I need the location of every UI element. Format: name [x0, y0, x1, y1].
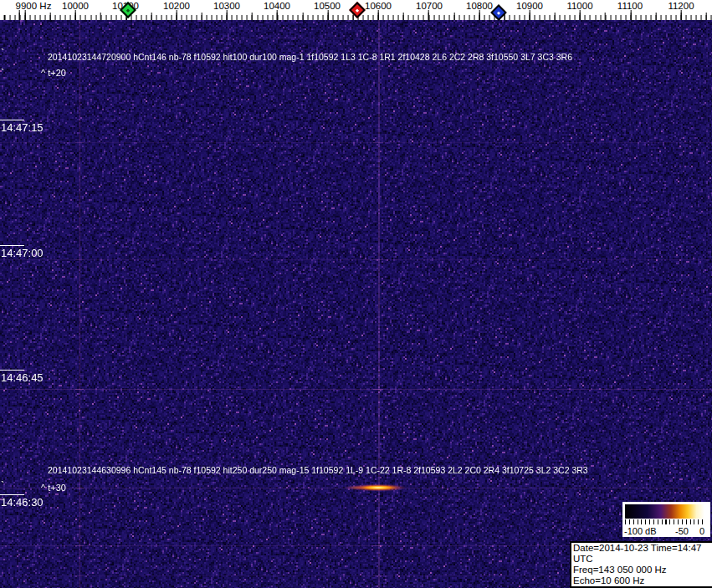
info-freq-line: Freq=143 050 000 Hz — [573, 565, 710, 575]
freq-label: 11000 — [566, 1, 592, 11]
edge-tick-mark: ` — [1, 47, 4, 59]
meteor-spectrogram-window: 9900 Hz 10000 10100 10200 10300 10400 10… — [0, 0, 712, 588]
spectrogram-display — [0, 20, 712, 588]
freq-label: 10000 — [62, 1, 89, 11]
edge-tick-mark: ` — [1, 479, 4, 492]
time-tick — [0, 370, 24, 371]
colorbar-label-mid: -50 — [675, 526, 689, 536]
freq-label: 11200 — [668, 1, 694, 11]
time-offset-mark: ^ t+20 — [41, 68, 66, 78]
freq-label: 9900 Hz — [16, 1, 52, 11]
info-box: Date=2014-10-23 Time=14:47 UTC Freq=143 … — [570, 541, 712, 588]
freq-label: 10700 — [416, 1, 443, 11]
detection-annotation: 20141023144720900 hCnt146 nb-78 f10592 h… — [48, 52, 572, 62]
freq-label: 10800 — [466, 1, 493, 11]
edge-tick-mark: ` — [1, 67, 4, 79]
time-tick — [0, 245, 24, 246]
freq-label: 11100 — [617, 1, 643, 11]
time-label: 14:46:45 — [1, 371, 44, 384]
colorbar-label-min: -100 dB — [624, 526, 657, 536]
freq-label: 10900 — [516, 1, 543, 11]
marker-dot — [497, 11, 500, 14]
time-tick — [0, 120, 24, 120]
freq-label: 10400 — [264, 1, 290, 11]
freq-label: 10500 — [314, 1, 341, 11]
info-echo-line: Echo=10 600 Hz — [573, 575, 710, 586]
marker-dot — [356, 8, 359, 12]
freq-label: 10200 — [163, 1, 190, 11]
colorbar-ticks — [625, 519, 705, 524]
colorbar-panel: -100 dB -50 0 — [622, 502, 710, 537]
colorbar-label-max: 0 — [699, 526, 704, 536]
time-label: 14:47:00 — [1, 247, 44, 259]
time-label: 14:46:30 — [1, 496, 44, 509]
info-date-line: Date=2014-10-23 Time=14:47 UTC — [573, 543, 710, 565]
detection-annotation: 20141023144630996 hCnt145 nb-78 f10592 h… — [48, 465, 588, 475]
time-tick — [0, 494, 24, 495]
colorbar-gradient — [625, 504, 704, 519]
freq-label: 10600 — [365, 1, 392, 11]
time-label: 14:47:15 — [1, 121, 44, 134]
time-offset-mark: ^ t+30 — [41, 483, 66, 493]
frequency-ruler: 9900 Hz 10000 10100 10200 10300 10400 10… — [0, 0, 712, 20]
freq-label: 10300 — [213, 1, 240, 11]
marker-dot — [126, 8, 130, 12]
